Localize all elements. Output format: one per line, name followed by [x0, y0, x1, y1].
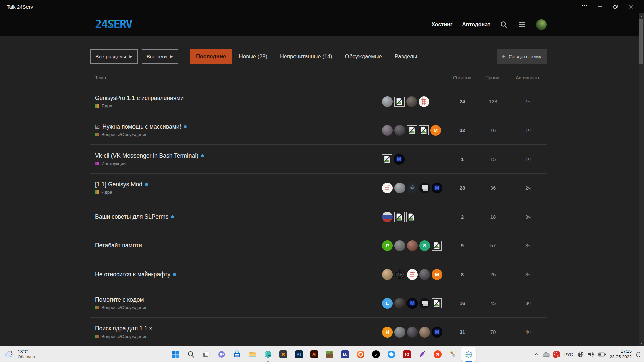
hamburger-menu-icon[interactable] [518, 20, 527, 29]
topic-title[interactable]: [1.1] Genisys Mod [95, 181, 142, 188]
column-views[interactable]: Просм. [477, 75, 509, 80]
taskbar-filezilla-icon[interactable]: Fz [399, 347, 414, 362]
poster-avatar-photo[interactable] [394, 125, 405, 136]
topic-category[interactable]: Вопросы/Обсуждения [95, 305, 382, 310]
topic-activity[interactable]: 3ч [509, 300, 547, 306]
network-globe-icon[interactable] [577, 351, 584, 358]
poster-avatar-broken[interactable] [407, 125, 417, 135]
battery-icon[interactable] [598, 352, 606, 357]
poster-avatar-letter[interactable]: S [419, 240, 430, 251]
taskbar-taskview-icon[interactable] [199, 347, 214, 362]
taskbar-search-icon[interactable] [183, 347, 198, 362]
topic-activity[interactable]: 1ч [509, 99, 547, 104]
topic-title[interactable]: Нужна помощь с массивами! [102, 123, 181, 130]
topic-activity[interactable]: 1ч [509, 156, 547, 162]
poster-avatar-photo[interactable] [394, 183, 405, 193]
poster-avatar-mflame[interactable]: M [394, 154, 405, 165]
poster-avatar-golem[interactable] [419, 298, 430, 309]
poster-avatar-golem[interactable] [419, 183, 430, 193]
scrollbar-thumb[interactable] [639, 19, 643, 64]
topic-category[interactable]: Ядра [95, 103, 382, 108]
poster-avatar-sketch[interactable] [382, 183, 393, 193]
topic-category[interactable]: Инструкции [95, 161, 382, 166]
poster-avatar-letter[interactable]: H [382, 327, 393, 338]
scroll-down-arrow[interactable]: ▼ [639, 341, 644, 346]
topic-replies[interactable]: 31 [447, 329, 477, 335]
sections-dropdown[interactable]: Все разделы ▶ [90, 49, 138, 64]
unread-dot[interactable] [171, 215, 174, 218]
taskbar-yandex-icon[interactable]: Я [430, 347, 445, 362]
topic-title[interactable]: GenisysPro 1.1 с исправлениями [95, 95, 184, 102]
poster-avatar-letter[interactable]: M [430, 125, 441, 136]
poster-avatar-broken[interactable] [394, 212, 405, 222]
notification-badge-icon[interactable]: 3 [553, 351, 560, 358]
topic-title[interactable]: Не относится к майнкрафту [95, 271, 170, 278]
taskbar-shovel-icon[interactable] [446, 347, 461, 362]
taskbar-teams-chat-icon[interactable] [214, 347, 229, 362]
taskbar-bootstrap-icon[interactable]: B. [338, 347, 353, 362]
page-scrollbar[interactable]: ▲ ▼ [639, 13, 644, 346]
unread-dot[interactable] [201, 154, 204, 157]
restore-button[interactable] [608, 0, 623, 13]
poster-avatar-letter[interactable]: M [432, 269, 442, 280]
topic-replies[interactable]: 28 [447, 185, 477, 191]
poster-avatar-mflame[interactable]: M [432, 183, 442, 193]
tab-2[interactable]: Непрочитанные (14) [274, 49, 339, 64]
poster-avatar-photo[interactable] [407, 240, 418, 251]
poster-avatar-photo[interactable] [382, 96, 393, 107]
taskbar-minecraft-icon[interactable] [322, 347, 337, 362]
poster-avatar-photo[interactable] [406, 96, 417, 107]
taskbar-start-icon[interactable] [168, 347, 183, 362]
scroll-up-arrow[interactable]: ▲ [639, 13, 644, 19]
moon-night-mode-icon[interactable] [635, 351, 641, 357]
poster-avatar-broken[interactable] [432, 241, 442, 251]
taskbar-illustrator-icon[interactable]: Ai [307, 347, 322, 362]
tags-dropdown[interactable]: Все теги ▶ [142, 49, 178, 64]
taskbar-ms-store-icon[interactable] [230, 347, 245, 362]
close-button[interactable] [623, 0, 639, 13]
poster-avatar-letter[interactable]: L [382, 298, 393, 309]
unread-dot[interactable] [173, 273, 176, 276]
unread-dot[interactable] [145, 183, 148, 186]
topic-replies[interactable]: 9 [447, 243, 477, 248]
tab-3[interactable]: Обсуждаемые [339, 49, 388, 64]
topic-replies[interactable]: 32 [447, 127, 477, 133]
taskbar-file-explorer-icon[interactable] [245, 347, 260, 362]
poster-avatar-broken[interactable] [394, 97, 405, 107]
taskbar-tiktok-icon[interactable]: ♪ [369, 347, 383, 362]
language-indicator[interactable]: РУС [564, 352, 574, 357]
topic-replies[interactable]: 24 [447, 99, 477, 104]
poster-avatar-broken[interactable] [382, 154, 392, 164]
topic-title[interactable]: Vk-cli (VK Messenger in Bash Terminal) [95, 152, 198, 159]
user-avatar[interactable] [536, 19, 547, 30]
topic-title[interactable]: Помогите с кодом [95, 296, 144, 303]
topic-activity[interactable]: 3ч [509, 272, 547, 277]
taskbar-office-icon[interactable] [353, 347, 368, 362]
volume-icon[interactable] [588, 351, 594, 357]
taskbar-quill-icon[interactable] [415, 347, 430, 362]
topic-title[interactable]: Петабайт памяти [95, 242, 142, 249]
tab-4[interactable]: Разделы [388, 49, 423, 64]
tab-0[interactable]: Последние [190, 49, 232, 64]
poster-avatar-photo[interactable] [394, 327, 405, 338]
poster-avatar-photo[interactable] [419, 269, 430, 280]
poster-avatar-photo[interactable] [394, 240, 405, 251]
topic-title[interactable]: Поиск ядра для 1.1.x [95, 325, 152, 332]
topic-replies[interactable]: 1 [447, 156, 477, 162]
topic-category[interactable]: Ядра [95, 190, 382, 195]
poster-avatar-broken[interactable] [432, 298, 442, 308]
poster-avatar-photo[interactable] [419, 327, 430, 338]
topic-title[interactable]: Ваши советы для SLPerms [95, 213, 168, 220]
poster-avatar-flagru[interactable] [382, 212, 393, 222]
nav-autodonate[interactable]: Автодонат [462, 22, 490, 28]
column-replies[interactable]: Ответов [447, 75, 477, 80]
poster-avatar-smcircle[interactable]: SM [394, 269, 405, 280]
taskbar-edge-icon[interactable] [261, 347, 275, 362]
topic-category[interactable]: Вопросы/Обсуждения [95, 334, 382, 339]
poster-avatar-broken[interactable] [406, 212, 416, 222]
create-topic-button[interactable]: + Создать тему [497, 49, 547, 64]
topic-category[interactable]: Вопросы/Обсуждения [95, 132, 382, 137]
tray-clock[interactable]: 17:15 23.05.2022 [610, 349, 632, 360]
search-icon[interactable] [500, 20, 508, 29]
poster-avatar-photo[interactable] [382, 269, 393, 280]
